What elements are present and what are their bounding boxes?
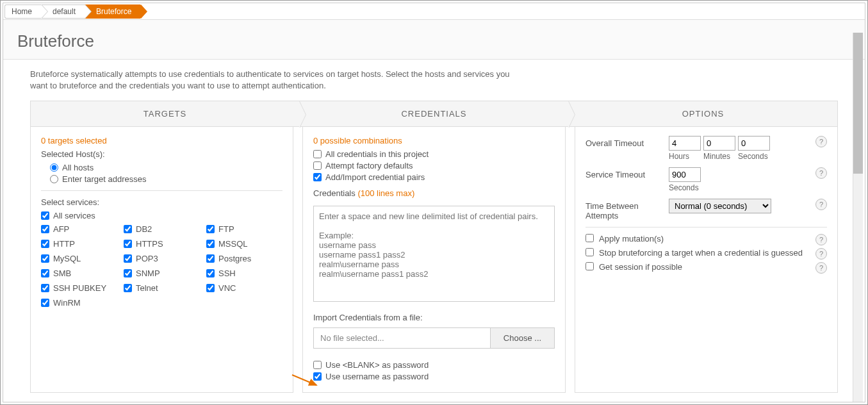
radio-all-hosts-label: All hosts [62,163,94,172]
check-winrm[interactable] [41,299,49,307]
credentials-panel: 0 possible combinations All credentials … [302,127,566,393]
credentials-textarea[interactable] [313,206,555,302]
wizard-tabs: TARGETS CREDENTIALS OPTIONS [30,101,838,127]
overall-timeout-label: Overall Timeout [585,136,669,148]
scrollbar[interactable] [853,33,863,402]
targets-status: 0 targets selected [41,136,283,145]
check-all-credentials[interactable] [313,150,322,158]
check-ftp[interactable] [206,225,215,233]
check-smb[interactable] [41,269,49,277]
check-http[interactable] [41,240,49,248]
check-stop-on-guess-label: Stop bruteforcing a target when a creden… [599,248,810,258]
overall-hours-input[interactable] [669,136,701,151]
selected-host-label: Selected Host(s): [41,149,283,159]
breadcrumb-home[interactable]: Home [4,4,41,19]
check-all-credentials-label: All credentials in this project [325,149,429,159]
check-ssh[interactable] [206,269,215,277]
import-label: Import Credentials from a file: [313,313,555,322]
radio-enter-addresses[interactable] [50,175,58,183]
help-icon[interactable]: ? [815,167,827,179]
check-get-session[interactable] [585,262,594,270]
tab-credentials[interactable]: CREDENTIALS [300,101,569,126]
check-mssql[interactable] [206,240,215,248]
overall-minutes-input[interactable] [703,136,735,151]
help-icon[interactable]: ? [815,262,827,274]
services-grid: AFP DB2 FTP HTTP HTTPS MSSQL MySQL POP3 … [41,222,283,310]
breadcrumb-bruteforce[interactable]: Bruteforce [85,4,140,19]
check-add-import-label: Add/Import credential pairs [325,172,425,182]
page-description: Bruteforce systematically attempts to us… [30,69,517,92]
check-apply-mutations[interactable] [585,234,594,242]
page-title: Bruteforce [17,31,851,51]
service-timeout-label: Service Timeout [585,167,669,179]
help-icon[interactable]: ? [815,248,827,260]
file-selected-label: No file selected... [313,327,491,349]
check-use-blank-label: Use <BLANK> as password [325,360,429,370]
credentials-status: 0 possible combinations [313,136,555,145]
check-postgres[interactable] [206,254,215,263]
time-between-label: Time Between Attempts [585,199,669,220]
seconds-unit-2: Seconds [669,183,701,192]
time-between-select[interactable]: Normal (0 seconds) [669,199,771,213]
check-get-session-label: Get session if possible [599,262,810,272]
seconds-unit: Seconds [738,152,770,161]
select-services-label: Select services: [41,197,283,207]
help-icon[interactable]: ? [815,199,827,210]
check-apply-mutations-label: Apply mutation(s) [599,234,810,244]
check-factory-defaults[interactable] [313,161,322,170]
minutes-unit: Minutes [703,152,735,161]
check-use-username[interactable] [313,372,322,381]
tab-options[interactable]: OPTIONS [569,101,837,126]
choose-file-button[interactable]: Choose ... [491,327,555,349]
radio-all-hosts[interactable] [50,163,58,172]
check-ssh-pubkey[interactable] [41,284,49,292]
divider [585,227,827,227]
targets-panel: 0 targets selected Selected Host(s): All… [30,127,293,393]
check-pop3[interactable] [124,254,132,263]
options-panel: Overall Timeout Hours Minutes Seconds [575,127,838,393]
check-mysql[interactable] [41,254,49,263]
check-vnc[interactable] [206,284,215,292]
tab-targets[interactable]: TARGETS [31,101,300,126]
check-stop-on-guess[interactable] [585,248,594,256]
divider [41,190,283,191]
check-https[interactable] [124,240,132,248]
title-bar: Bruteforce [3,20,865,60]
check-factory-defaults-label: Attempt factory defaults [325,161,413,170]
breadcrumb: Home default Bruteforce [3,3,865,20]
check-snmp[interactable] [124,269,132,277]
check-all-services-label: All services [53,211,95,220]
check-afp[interactable] [41,225,49,233]
check-telnet[interactable] [124,284,132,292]
radio-enter-addresses-label: Enter target addresses [62,174,147,184]
check-db2[interactable] [124,225,132,233]
hours-unit: Hours [669,152,701,161]
help-icon[interactable]: ? [815,234,827,245]
overall-seconds-input[interactable] [738,136,770,151]
service-timeout-input[interactable] [669,167,701,182]
help-icon[interactable]: ? [815,136,827,147]
check-use-username-label: Use username as password [325,372,429,381]
check-add-import[interactable] [313,173,322,181]
credentials-hint: (100 lines max) [357,188,414,198]
check-use-blank[interactable] [313,361,322,369]
credentials-label: Credentials (100 lines max) [313,188,555,198]
check-all-services[interactable] [41,211,49,220]
scrollbar-thumb[interactable] [853,33,863,174]
